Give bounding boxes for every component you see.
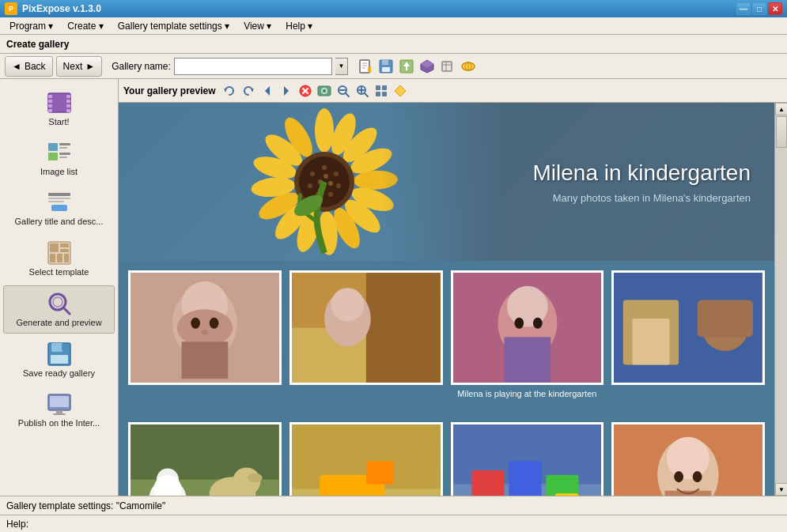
scroll-down-button[interactable]: ▼ [775,483,787,496]
preview-diamond-icon[interactable] [392,82,409,100]
toolbar-icon-4[interactable] [418,57,437,76]
toolbar-icon-3[interactable] [397,57,416,76]
photo-thumb-3 [451,270,604,385]
svg-point-154 [667,436,709,479]
preview-stop-icon[interactable] [297,82,314,100]
menu-gallery-template[interactable]: Gallery template settings ▾ [112,19,236,33]
svg-rect-73 [382,85,387,90]
sidebar-item-start[interactable]: Start! [3,85,115,132]
svg-point-124 [532,318,542,329]
close-button[interactable]: ✕ [768,2,782,15]
toolbar-icon-5[interactable] [438,57,457,76]
next-button[interactable]: Next ► [56,56,103,77]
svg-point-118 [331,288,364,321]
title-bar: P PixExpose v.1.3.0 — □ ✕ [0,0,787,17]
preview-undo-icon[interactable] [221,82,238,100]
photo-grid-row1: Milena is playing at the kindergarten [119,261,774,413]
svg-rect-43 [64,254,69,262]
save-icon [47,341,72,367]
gallery-name-input[interactable] [174,58,332,75]
svg-rect-27 [48,143,58,151]
back-arrow-icon: ◄ [12,61,21,72]
gallery-header: Milena in kindergarten Many photos taken… [119,103,774,261]
svg-point-111 [191,318,200,329]
svg-rect-23 [66,95,70,98]
menu-view[interactable]: View ▾ [237,19,278,33]
preview-prev-icon[interactable] [259,82,276,100]
preview-toolbar: Your gallery preview [119,79,787,103]
svg-rect-129 [698,300,753,337]
gallery-subtitle: Many photos taken in Milena's kindergart… [405,192,751,204]
sidebar-item-image-list[interactable]: Image list [3,135,115,182]
sidebar-item-publish[interactable]: Publish on the Inter... [3,387,115,433]
image-list-icon [47,140,72,165]
photo-grid-row2 [119,413,774,496]
sidebar-save-label: Save ready gallery [23,368,95,379]
svg-rect-39 [60,243,69,247]
svg-rect-34 [48,198,70,199]
sidebar-item-select-template[interactable]: Select template [3,236,115,282]
svg-rect-7 [382,67,390,72]
preview-photo-icon[interactable] [316,82,333,100]
svg-rect-40 [60,249,69,252]
svg-point-112 [210,318,219,329]
svg-rect-36 [51,205,67,211]
preview-zoom-out-icon[interactable] [335,82,352,100]
main-layout: Start! Image list Gallery title and desc… [0,79,787,496]
menu-program[interactable]: Program ▾ [3,19,59,33]
preview-label: Your gallery preview [123,85,216,96]
window-controls: — □ ✕ [736,2,782,15]
menu-help[interactable]: Help ▾ [279,19,319,33]
svg-rect-32 [59,157,67,158]
help-label: Help: [6,519,28,530]
scroll-track[interactable] [775,115,787,483]
svg-point-97 [334,172,339,176]
menu-create[interactable]: Create ▾ [61,19,109,33]
toolbar-icon-1[interactable] [356,57,375,76]
svg-point-103 [328,181,333,186]
svg-rect-49 [62,344,64,350]
back-button[interactable]: ◄ Back [5,56,53,77]
sidebar-item-generate[interactable]: Generate and preview [3,285,115,334]
preview-with-scroll: Milena in kindergarten Many photos taken… [119,103,787,496]
preview-next-icon[interactable] [278,82,295,100]
maximize-button[interactable]: □ [752,2,766,15]
back-label: Back [25,61,46,72]
svg-point-157 [693,471,702,482]
svg-rect-52 [56,410,62,413]
minimize-button[interactable]: — [736,2,751,15]
next-label: Next [63,61,83,72]
svg-rect-33 [48,193,70,196]
svg-line-45 [63,308,70,314]
svg-point-109 [177,309,233,346]
preview-zoom-in-icon[interactable] [354,82,371,100]
status-bar: Gallery template settings: "Camomile" [0,496,787,515]
scroll-up-button[interactable]: ▲ [775,103,787,115]
svg-rect-54 [50,396,69,407]
svg-point-156 [675,471,684,482]
photo-thumb-6 [289,422,443,496]
sidebar-item-save[interactable]: Save ready gallery [3,337,115,383]
svg-rect-50 [51,355,68,364]
svg-point-101 [308,183,312,188]
toolbar-icon-2[interactable] [376,57,395,76]
scroll-thumb[interactable] [776,116,787,148]
svg-marker-76 [395,85,406,96]
create-gallery-header: Create gallery [0,35,787,54]
gallery-name-dropdown[interactable]: ▼ [335,58,348,75]
svg-point-113 [201,330,208,335]
gallery-preview: Milena in kindergarten Many photos taken… [119,103,774,496]
svg-point-137 [248,473,263,482]
scrollbar[interactable]: ▲ ▼ [774,103,787,496]
photo-thumb-3-wrapper: Milena is playing at the kindergarten [451,270,604,403]
preview-grid-icon[interactable] [373,82,390,100]
sidebar-item-gallery-title[interactable]: Gallery title and desc... [3,185,115,232]
preview-content[interactable]: Milena in kindergarten Many photos taken… [119,103,774,496]
preview-redo-icon[interactable] [240,82,257,100]
svg-marker-55 [224,89,227,91]
svg-rect-12 [442,62,452,71]
photo-thumb-7 [451,422,604,496]
toolbar-icon-6[interactable] [459,57,478,76]
svg-rect-25 [66,104,70,108]
svg-rect-21 [48,104,52,108]
